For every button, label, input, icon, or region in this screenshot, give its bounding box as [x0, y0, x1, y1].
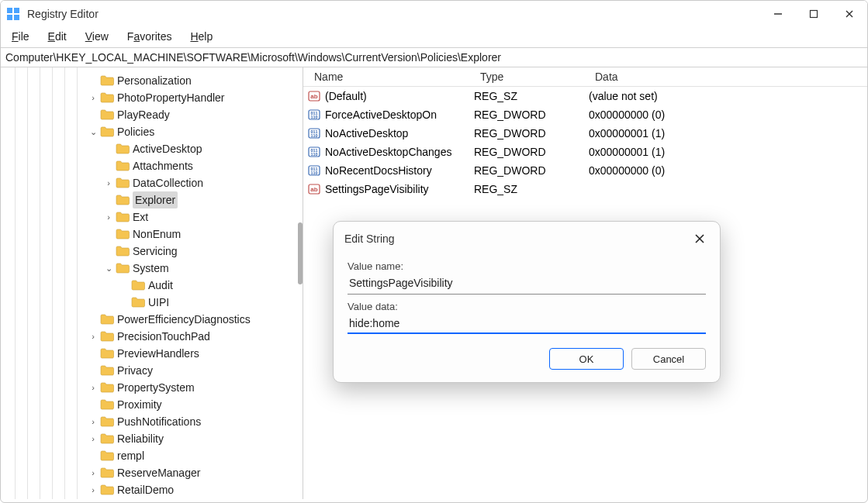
tree-pane: Personalization›PhotoPropertyHandlerPlay… — [1, 67, 303, 499]
tree-scrollbar[interactable] — [298, 222, 303, 284]
chevron-right-icon[interactable]: › — [88, 379, 99, 396]
address-bar[interactable]: Computer\HKEY_LOCAL_MACHINE\SOFTWARE\Mic… — [1, 47, 867, 67]
value-data-input[interactable] — [348, 314, 706, 334]
tree-item-label: PropertySystem — [117, 379, 195, 396]
col-header-type[interactable]: Type — [472, 71, 587, 83]
folder-icon — [131, 279, 145, 291]
svg-rect-3 — [14, 15, 19, 20]
tree-item-label: PowerEfficiencyDiagnostics — [117, 311, 251, 328]
tree-item[interactable]: PreviewHandlers — [1, 345, 303, 362]
chevron-right-icon[interactable]: › — [88, 481, 99, 498]
value-name: NoActiveDesktopChanges — [320, 146, 469, 158]
menu-favorites[interactable]: FavoritesFavorites — [119, 29, 180, 44]
folder-icon — [100, 415, 114, 428]
maximize-button[interactable] — [796, 1, 832, 27]
dword-value-icon: 011110 — [303, 146, 320, 158]
value-data: 0x00000001 (1) — [584, 146, 867, 158]
svg-rect-5 — [811, 11, 818, 18]
value-name: NoActiveDesktop — [320, 127, 469, 140]
tree-item[interactable]: ›PropertySystem — [1, 379, 303, 396]
chevron-right-icon[interactable]: › — [103, 208, 114, 226]
tree-item[interactable]: PlayReady — [1, 106, 303, 123]
tree-item[interactable]: UIPI — [1, 294, 303, 311]
tree-item[interactable]: ›Ext — [1, 208, 303, 226]
address-text: Computer\HKEY_LOCAL_MACHINE\SOFTWARE\Mic… — [5, 51, 501, 64]
value-row[interactable]: ab(Default)REG_SZ(value not set) — [303, 87, 867, 105]
chevron-right-icon[interactable]: › — [88, 464, 99, 481]
folder-icon — [100, 364, 114, 377]
tree-item[interactable]: NonEnum — [1, 226, 303, 243]
tree-item[interactable]: Privacy — [1, 362, 303, 379]
tree-item[interactable]: Audit — [1, 277, 303, 294]
tree-item[interactable]: Servicing — [1, 243, 303, 260]
dword-value-icon: 011110 — [303, 127, 320, 140]
tree-item[interactable]: ⌄Policies — [1, 123, 303, 140]
folder-icon — [100, 74, 114, 87]
ok-button[interactable]: OK — [549, 348, 624, 370]
tree-item-label: Servicing — [133, 243, 178, 260]
menu-help[interactable]: HelpHelp — [182, 29, 220, 44]
folder-icon — [100, 467, 114, 479]
dword-value-icon: 011110 — [303, 109, 320, 121]
cancel-button[interactable]: Cancel — [631, 348, 706, 370]
app-icon — [5, 6, 21, 22]
tree-item[interactable]: ⌄System — [1, 260, 303, 277]
value-data: (value not set) — [584, 90, 867, 102]
tree-item-label: PreviewHandlers — [117, 345, 199, 362]
folder-icon — [100, 109, 114, 121]
tree-item[interactable]: Explorer — [1, 191, 303, 208]
tree-item[interactable]: PowerEfficiencyDiagnostics — [1, 311, 303, 328]
edit-string-dialog: Edit String Value name: SettingsPageVisi… — [333, 221, 721, 383]
value-row[interactable]: abSettingsPageVisibilityREG_SZ — [303, 180, 867, 198]
chevron-right-icon[interactable]: › — [88, 413, 99, 430]
chevron-right-icon[interactable]: › — [88, 89, 99, 106]
value-row[interactable]: 011110NoRecentDocsHistoryREG_DWORD0x0000… — [303, 161, 867, 180]
values-header: Name Type Data — [303, 67, 867, 87]
tree-item[interactable]: Personalization — [1, 72, 303, 89]
tree-item[interactable]: ›PhotoPropertyHandler — [1, 89, 303, 106]
folder-icon — [100, 91, 114, 104]
registry-tree[interactable]: Personalization›PhotoPropertyHandlerPlay… — [1, 67, 303, 499]
svg-rect-2 — [7, 15, 12, 20]
folder-icon — [116, 194, 130, 206]
close-button[interactable] — [832, 1, 867, 27]
chevron-right-icon[interactable]: › — [103, 174, 114, 191]
tree-item[interactable]: ›DataCollection — [1, 174, 303, 191]
tree-item-label: System — [133, 260, 169, 277]
tree-item[interactable]: ›Reliability — [1, 430, 303, 447]
folder-icon — [100, 381, 114, 394]
dialog-close-button[interactable] — [690, 229, 709, 248]
tree-item[interactable]: ›ReserveManager — [1, 464, 303, 481]
value-data-label: Value data: — [348, 301, 706, 312]
value-row[interactable]: 011110ForceActiveDesktopOnREG_DWORD0x000… — [303, 105, 867, 124]
folder-icon — [100, 313, 114, 326]
value-type: REG_DWORD — [469, 146, 584, 158]
menu-edit[interactable]: EditEdit — [40, 29, 74, 44]
svg-text:110: 110 — [310, 152, 317, 157]
col-header-name[interactable]: Name — [303, 71, 472, 83]
folder-icon — [100, 126, 114, 138]
tree-item[interactable]: Attachments — [1, 157, 303, 174]
value-row[interactable]: 011110NoActiveDesktopREG_DWORD0x00000001… — [303, 124, 867, 143]
menu-bar: FFileile EditEdit ViewView FavoritesFavo… — [1, 27, 867, 47]
chevron-down-icon[interactable]: ⌄ — [103, 260, 114, 277]
tree-item-label: RetailDemo — [117, 481, 174, 498]
chevron-right-icon[interactable]: › — [88, 328, 99, 345]
tree-item[interactable]: Proximity — [1, 396, 303, 413]
dialog-title: Edit String — [344, 233, 395, 245]
minimize-button[interactable] — [760, 1, 796, 27]
chevron-down-icon[interactable]: ⌄ — [88, 123, 99, 140]
col-header-data[interactable]: Data — [587, 71, 867, 83]
tree-item[interactable]: rempl — [1, 447, 303, 464]
value-row[interactable]: 011110NoActiveDesktopChangesREG_DWORD0x0… — [303, 143, 867, 161]
tree-item[interactable]: ›PushNotifications — [1, 413, 303, 430]
tree-item[interactable]: ActiveDesktop — [1, 140, 303, 157]
menu-file[interactable]: FFileile — [4, 29, 37, 44]
folder-icon — [100, 432, 114, 445]
dword-value-icon: 011110 — [303, 164, 320, 177]
chevron-right-icon[interactable]: › — [88, 430, 99, 447]
value-name: (Default) — [320, 90, 469, 102]
menu-view[interactable]: ViewView — [78, 29, 116, 44]
tree-item[interactable]: ›PrecisionTouchPad — [1, 328, 303, 345]
tree-item[interactable]: ›RetailDemo — [1, 481, 303, 498]
